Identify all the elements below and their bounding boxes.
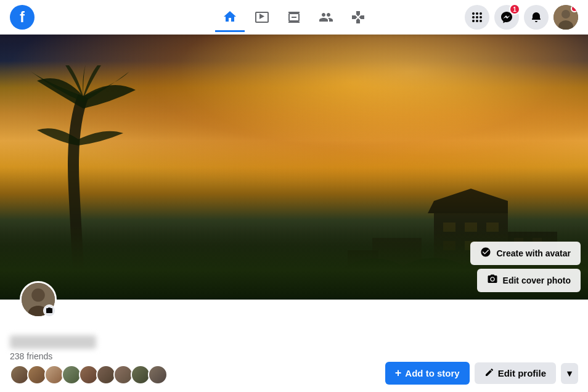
profile-left: 238 friends [10,330,165,385]
profile-avatar-area [10,300,578,330]
grid-icon [471,11,483,23]
svg-point-5 [480,16,482,18]
svg-point-8 [480,20,482,22]
nav-gaming-button[interactable] [343,2,373,32]
plus-icon: + [395,367,402,380]
small-camera-icon [46,307,53,314]
profile-right-actions: + Add to story Edit profile ▾ [385,357,578,385]
svg-point-6 [472,20,475,22]
marketplace-icon [287,10,301,25]
svg-marker-13 [428,189,508,213]
nav-marketplace-button[interactable] [279,2,309,32]
add-to-story-button[interactable]: + Add to story [385,362,470,385]
nav-center-icons [215,2,373,32]
gaming-icon [351,10,365,25]
messenger-button[interactable]: 1 [494,5,519,30]
nav-profile-avatar [553,5,578,30]
friends-count: 238 friends [10,351,165,361]
notifications-button[interactable] [524,5,549,30]
svg-point-1 [476,12,478,15]
create-with-avatar-label: Create with avatar [496,248,571,258]
main-content: Create with avatar Edit cover photo [0,35,588,392]
svg-point-10 [561,10,570,18]
menu-button[interactable] [465,5,489,30]
chevron-down-icon: ▾ [567,368,572,378]
avatar-icon [480,247,491,260]
svg-point-26 [31,288,45,302]
nav-watch-button[interactable] [247,2,277,32]
create-with-avatar-button[interactable]: Create with avatar [470,242,581,265]
edit-cover-photo-button[interactable]: Edit cover photo [477,269,581,292]
camera-icon [487,274,498,287]
add-to-story-label: Add to story [405,368,459,378]
friends-avatars-row [10,365,165,385]
avatar-notification-dot [571,5,578,12]
profile-info-row: 238 friends + Add to story [10,330,578,392]
friend-avatar-9 [148,365,168,385]
facebook-logo[interactable]: f [10,5,35,30]
svg-point-2 [480,12,482,15]
nav-home-button[interactable] [215,2,245,32]
edit-profile-button[interactable]: Edit profile [475,362,556,384]
edit-profile-label: Edit profile [498,368,546,378]
svg-point-7 [476,20,478,22]
more-options-button[interactable]: ▾ [561,363,578,384]
pencil-icon [484,367,494,379]
watch-icon [255,10,269,25]
profile-section: 238 friends + Add to story [0,300,588,392]
bell-icon [530,11,542,23]
nav-right-actions: 1 [465,5,578,30]
change-avatar-button[interactable] [43,304,55,317]
nav-groups-button[interactable] [311,2,341,32]
svg-point-3 [472,16,475,18]
messenger-badge: 1 [509,4,520,15]
groups-icon [319,10,333,25]
profile-name-blurred [10,335,96,349]
svg-point-0 [472,12,475,15]
cover-photo-container: Create with avatar Edit cover photo [0,35,588,300]
svg-point-4 [476,16,478,18]
cover-actions: Create with avatar Edit cover photo [470,242,581,292]
profile-avatar-button[interactable] [553,5,578,30]
nav-left: f [10,5,35,30]
profile-avatar-wrapper [20,281,57,318]
edit-cover-photo-label: Edit cover photo [503,276,571,285]
home-icon [223,9,237,24]
navbar: f [0,0,588,35]
